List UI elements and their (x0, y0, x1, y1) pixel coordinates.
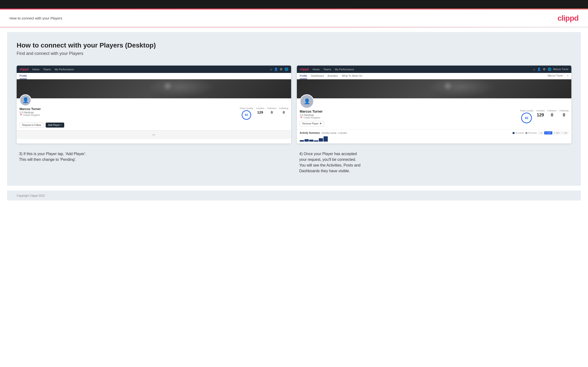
legend-dot-off-course (526, 132, 527, 134)
request-to-follow-button[interactable]: Request to Follow (19, 123, 44, 128)
user-dropdown-2[interactable]: Marcus Turner (548, 74, 563, 79)
add-player-button[interactable]: Add Player + (46, 123, 64, 128)
tab-profile-1[interactable]: Profile (19, 74, 27, 79)
user-label-2[interactable]: Marcus Turner (553, 68, 569, 71)
remove-player-button[interactable]: Remove Player ✕ (300, 121, 324, 126)
user-icon-1[interactable]: 👤 (274, 67, 278, 71)
step4-text: 4) Once your Player has acceptedyour req… (299, 151, 569, 174)
chart-bar-1 (300, 140, 304, 142)
header-divider (0, 27, 588, 27)
tab-activities-2[interactable]: Activities (328, 74, 338, 79)
nav-teams-2[interactable]: Teams (323, 68, 331, 71)
stat-activities-label-2: Activities (536, 109, 545, 112)
stats-row-1: Player Quality 92 Activities 129 Followe… (240, 107, 288, 120)
stat-activities-1: Activities 129 (256, 107, 265, 114)
stat-activities-value-2: 129 (536, 113, 545, 117)
tab-profile-2[interactable]: Profile (300, 74, 307, 79)
nav-home-1[interactable]: Home (32, 68, 39, 71)
legend-off-course: Off course (526, 132, 537, 134)
app-navbar-left-1: clippd Home Teams My Performance (19, 67, 74, 71)
stat-quality-1: Player Quality 92 (240, 107, 253, 120)
nav-my-performance-2[interactable]: My Performance (335, 68, 354, 71)
remove-player-row: Remove Player ✕ (300, 121, 520, 126)
time-3mths[interactable]: 3 mths (553, 131, 561, 134)
player-name-1: Marcus Turner (19, 107, 240, 111)
screenshots-row: clippd Home Teams My Performance ⌕ 👤 ⚙ 🌐… (17, 66, 571, 143)
profile-banner-1 (17, 79, 291, 98)
top-bar (0, 0, 588, 8)
chart-bar-3 (309, 140, 313, 142)
stat-followers-label-1: Followers (267, 107, 277, 109)
stat-following-value-1: 0 (279, 110, 288, 114)
nav-teams-1[interactable]: Teams (43, 68, 51, 71)
time-1yr[interactable]: 1 yr (538, 131, 544, 134)
profile-content-1: 👤 Marcus Turner 1-5 Handicap 📍 United Ki… (17, 98, 291, 130)
stat-following-2: Following 0 (560, 109, 569, 117)
tab-what-to-work-on-2[interactable]: What To Work On (342, 74, 362, 79)
time-buttons: 1 yr 6 mths 3 mths 1 mth (538, 131, 569, 134)
mock-app-2: clippd Home Teams My Performance ⌕ 👤 ⚙ 🌐… (297, 66, 571, 143)
quality-circle-1: 92 (242, 110, 251, 120)
location-pin-icon-2: 📍 (300, 117, 303, 119)
main-title: How to connect with your Players (Deskto… (17, 42, 571, 49)
activity-title: Activity Summary (300, 132, 320, 134)
user-icon-2[interactable]: 👤 (537, 67, 541, 71)
player-location-2: 📍 United Kingdom (300, 117, 520, 119)
descriptions-row: 3) If this is your Player tap, 'Add Play… (17, 151, 571, 174)
settings-icon-1[interactable]: ⚙ (280, 67, 283, 71)
location-text-1: United Kingdom (23, 114, 40, 117)
time-1mth[interactable]: 1 mth (561, 131, 569, 134)
stat-activities-value-1: 129 (256, 110, 265, 114)
avatar-icon-2: 👤 (304, 98, 310, 105)
screenshot-bottom-1: ✏ (17, 130, 291, 139)
profile-main-2: Marcus Turner 1-5 Handicap 📍 United King… (300, 109, 569, 126)
activity-subtitle: Monthly Activity · 6 Months (322, 132, 347, 134)
description-box-3: 3) If this is your Player tap, 'Add Play… (17, 151, 291, 174)
activity-header-left: Activity Summary Monthly Activity · 6 Mo… (300, 132, 347, 134)
stat-quality-label-1: Player Quality (240, 107, 253, 109)
tab-dashboard-2[interactable]: Dashboard (311, 74, 324, 79)
globe-icon-2[interactable]: 🌐 (548, 67, 551, 71)
activity-controls: On course Off course 1 yr 6 mths 3 mths … (513, 131, 569, 134)
clippd-logo: clippd (558, 14, 579, 23)
time-6mths[interactable]: 6 mths (544, 131, 552, 134)
page-header-title: How to connect with your Players (9, 16, 62, 20)
nav-home-2[interactable]: Home (312, 68, 320, 71)
chart-bar-4 (314, 140, 318, 142)
location-pin-icon-1: 📍 (19, 114, 22, 117)
nav-my-performance-1[interactable]: My Performance (55, 68, 74, 71)
search-icon-1[interactable]: ⌕ (270, 67, 272, 71)
app-tabs-2: Profile Dashboard Activities What To Wor… (297, 73, 571, 79)
banner-overlay-2 (297, 79, 571, 98)
dropdown-arrow-2[interactable]: ▾ (567, 74, 569, 79)
action-buttons-1: Request to Follow Add Player + (19, 123, 288, 128)
banner-overlay-1 (17, 79, 291, 98)
location-text-2: United Kingdom (303, 117, 320, 119)
app-tabs-1: Profile (17, 73, 291, 79)
stat-followers-value-1: 0 (267, 110, 277, 114)
screenshot-2: clippd Home Teams My Performance ⌕ 👤 ⚙ 🌐… (297, 66, 571, 143)
stat-following-value-2: 0 (560, 113, 569, 117)
stat-following-1: Following 0 (279, 107, 288, 114)
main-content: How to connect with your Players (Deskto… (7, 32, 581, 186)
stat-followers-value-2: 0 (547, 113, 557, 117)
legend-off-course-label: Off course (528, 132, 537, 134)
app-navbar-right-1: ⌕ 👤 ⚙ 🌐 (270, 67, 288, 71)
stat-followers-1: Followers 0 (267, 107, 277, 114)
edit-icon-1: ✏ (153, 133, 155, 137)
activity-summary: Activity Summary Monthly Activity · 6 Mo… (297, 129, 571, 143)
globe-icon-1[interactable]: 🌐 (285, 67, 288, 71)
app-logo-2: clippd (300, 67, 309, 71)
description-box-4: 4) Once your Player has acceptedyour req… (297, 151, 571, 174)
avatar-1: 👤 (19, 94, 31, 106)
step3-text: 3) If this is your Player tap, 'Add Play… (19, 151, 289, 162)
settings-icon-2[interactable]: ⚙ (543, 67, 546, 71)
stat-followers-2: Followers 0 (547, 109, 557, 117)
search-icon-2[interactable]: ⌕ (533, 67, 535, 71)
legend-on-course: On course (513, 132, 524, 134)
player-name-2: Marcus Turner (300, 109, 520, 113)
stat-following-label-1: Following (279, 107, 288, 109)
screenshot-1: clippd Home Teams My Performance ⌕ 👤 ⚙ 🌐… (17, 66, 291, 143)
stat-quality-label-2: Player Quality (520, 109, 533, 112)
chart-bar-5 (319, 138, 323, 142)
